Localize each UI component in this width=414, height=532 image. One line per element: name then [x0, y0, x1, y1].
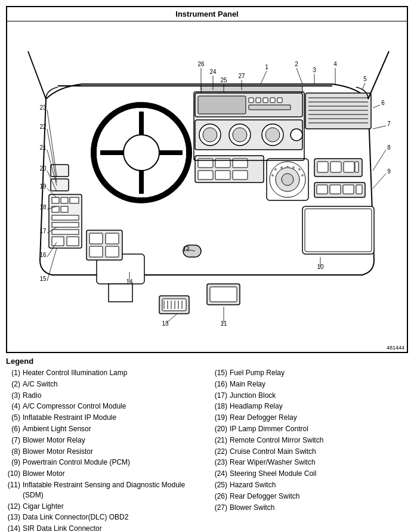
svg-rect-77 — [233, 171, 248, 180]
legend-num: (13) — [6, 512, 23, 522]
svg-rect-16 — [52, 206, 59, 212]
svg-point-59 — [271, 174, 274, 177]
figure-number: 481444 — [7, 344, 407, 352]
legend-text: Radio — [23, 391, 201, 401]
legend-text: Cigar Lighter — [23, 502, 201, 512]
legend-text: Inflatable Restraint Sensing and Diagnos… — [23, 480, 201, 500]
legend-item: (25)Hazard Switch — [213, 480, 408, 490]
svg-point-56 — [286, 166, 289, 168]
legend-num: (6) — [6, 424, 23, 434]
legend-item: (11)Inflatable Restraint Sensing and Dia… — [6, 480, 201, 500]
svg-text:2: 2 — [295, 61, 298, 67]
svg-rect-68 — [330, 185, 341, 194]
legend-num: (3) — [6, 391, 23, 401]
legend-num: (11) — [6, 480, 23, 500]
svg-text:25: 25 — [220, 77, 227, 83]
legend-item: (8)Blower Motor Resistor — [6, 447, 201, 457]
legend-text: Blower Motor — [23, 469, 201, 479]
legend-num: (27) — [213, 503, 230, 513]
svg-rect-18 — [52, 215, 79, 220]
svg-rect-150 — [106, 246, 119, 257]
svg-text:19: 19 — [39, 183, 47, 190]
legend-text: Rear Defogger Switch — [230, 491, 408, 502]
svg-rect-20 — [52, 230, 79, 234]
legend-num: (7) — [6, 435, 23, 446]
svg-text:27: 27 — [238, 73, 245, 79]
svg-rect-13 — [52, 197, 59, 203]
legend-columns: (1)Heater Control Illumination Lamp(2)A/… — [6, 368, 408, 532]
legend-title: Legend — [6, 357, 408, 366]
svg-text:18: 18 — [39, 204, 47, 211]
svg-rect-15 — [70, 197, 79, 203]
svg-rect-76 — [215, 171, 230, 180]
svg-rect-31 — [277, 98, 282, 103]
svg-rect-22 — [67, 237, 79, 246]
svg-text:9: 9 — [387, 168, 391, 175]
legend-item: (20)IP Lamp Dimmer Control — [213, 424, 408, 434]
legend-col-left: (1)Heater Control Illumination Lamp(2)A/… — [6, 368, 201, 532]
legend-text: Remote Control Mirror Switch — [230, 435, 408, 446]
svg-rect-32 — [249, 105, 291, 110]
legend-item: (10)Blower Motor — [6, 469, 201, 479]
legend-item: (4)A/C Compressor Control Module — [6, 401, 201, 412]
legend-num: (20) — [213, 424, 230, 434]
svg-rect-27 — [249, 98, 254, 103]
svg-text:4: 4 — [333, 61, 337, 67]
legend-num: (1) — [6, 368, 23, 378]
svg-rect-14 — [61, 197, 68, 203]
legend-num: (4) — [6, 401, 23, 412]
svg-rect-75 — [198, 171, 213, 180]
legend-item: (27)Blower Switch — [213, 503, 408, 513]
legend-item: (16)Main Relay — [213, 379, 408, 389]
svg-text:22: 22 — [39, 123, 47, 130]
svg-text:5: 5 — [363, 76, 367, 82]
svg-rect-83 — [162, 299, 186, 311]
svg-text:17: 17 — [39, 228, 47, 234]
svg-text:20: 20 — [39, 165, 47, 172]
legend-num: (9) — [6, 457, 23, 468]
svg-rect-69 — [343, 185, 354, 194]
legend-num: (19) — [213, 413, 230, 423]
legend-item: (21)Remote Control Mirror Switch — [213, 435, 408, 446]
svg-rect-19 — [52, 222, 79, 227]
svg-point-11 — [123, 135, 159, 171]
legend-num: (22) — [213, 447, 230, 457]
legend-num: (25) — [213, 480, 230, 490]
legend-num: (2) — [6, 379, 23, 389]
svg-text:7: 7 — [387, 120, 391, 127]
page-container: Instrument Panel — [6, 6, 408, 532]
svg-rect-149 — [89, 246, 103, 257]
legend-text: SIR Data Link Connector — [23, 524, 201, 532]
legend-text: Rear Defogger Relay — [230, 413, 408, 423]
legend-num: (23) — [213, 457, 230, 468]
svg-rect-65 — [355, 162, 359, 172]
legend-item: (24)Steering Sheel Module Coil — [213, 469, 408, 479]
legend-text: Steering Sheel Module Coil — [230, 469, 408, 479]
svg-rect-67 — [317, 185, 328, 194]
legend-num: (18) — [213, 401, 230, 412]
svg-rect-29 — [263, 98, 268, 103]
diagram-title: Instrument Panel — [7, 7, 407, 21]
svg-point-60 — [301, 174, 304, 177]
legend-text: Hazard Switch — [230, 480, 408, 490]
diagram-image-area: 25 27 24 26 1 2 3 4 5 6 7 8 9 10 11 12 1… — [7, 21, 407, 344]
diagram-box: Instrument Panel — [6, 6, 408, 353]
legend-item: (2)A/C Switch — [6, 379, 201, 389]
legend-num: (21) — [213, 435, 230, 446]
legend-num: (17) — [213, 391, 230, 401]
svg-rect-147 — [89, 233, 103, 244]
svg-text:23: 23 — [39, 104, 47, 111]
svg-text:15: 15 — [39, 276, 47, 282]
legend-item: (3)Radio — [6, 391, 201, 401]
svg-rect-21 — [52, 237, 64, 246]
svg-point-54 — [274, 168, 277, 171]
legend-num: (12) — [6, 502, 23, 512]
svg-text:8: 8 — [387, 144, 391, 151]
legend-item: (9)Powertrain Control Module (PCM) — [6, 457, 201, 468]
svg-rect-81 — [210, 287, 237, 302]
legend-num: (15) — [213, 368, 230, 378]
legend-item: (14)SIR Data Link Connector — [6, 524, 201, 532]
legend-text: A/C Compressor Control Module — [23, 401, 201, 412]
legend-text: A/C Switch — [23, 379, 201, 389]
svg-rect-63 — [330, 162, 341, 172]
